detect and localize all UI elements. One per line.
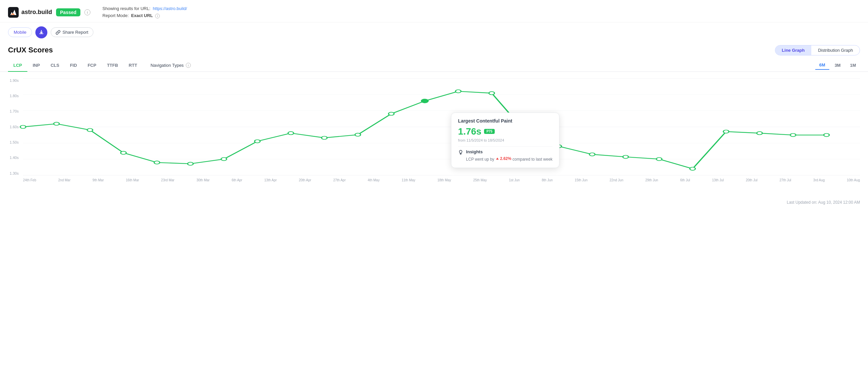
chart-area: 1.90s 1.80s 1.70s 1.60s 1.50s 1.40s 1.30… [8,79,860,185]
trend-percentage: 2.62% [500,155,512,162]
lightbulb-icon [458,150,463,155]
link-icon [56,30,60,35]
y-label-190: 1.90s [8,79,21,83]
y-label-150: 1.50s [8,140,21,144]
x-label-22: 27th Jul [780,178,791,182]
chart-dot-19[interactable] [656,157,662,160]
toolbar: Mobile Share Report [0,22,868,42]
scores-header: CrUX Scores Line Graph Distribution Grap… [8,45,860,55]
chart-dot-22[interactable] [757,132,763,135]
chart-dot-9[interactable] [321,136,327,139]
distribution-graph-button[interactable]: Distribution Graph [811,46,860,55]
x-label-14: 1st Jun [509,178,520,182]
x-label-21: 20th Jul [746,178,757,182]
chart-tooltip: Largest Contentful Paint 1.76s P75 from … [451,113,559,168]
chart-dot-23[interactable] [790,133,796,136]
chart-dot-8[interactable] [288,132,294,135]
chart-dot-12-active[interactable] [421,99,428,103]
x-label-7: 13th Apr [264,178,277,182]
y-axis: 1.90s 1.80s 1.70s 1.60s 1.50s 1.40s 1.30… [8,79,21,175]
x-label-4: 23rd Mar [161,178,175,182]
chart-container: 1.90s 1.80s 1.70s 1.60s 1.50s 1.40s 1.30… [0,72,868,199]
x-label-19: 6th Jul [680,178,690,182]
time-tab-1m[interactable]: 1M [846,61,860,69]
last-updated: Last Updated on: Aug 10, 2024 12:00 AM [0,199,868,207]
time-tab-6m[interactable]: 6M [815,61,829,70]
x-label-10: 4th May [368,178,380,182]
report-mode-info-icon[interactable]: i [155,14,160,18]
tab-inp[interactable]: INP [27,59,45,72]
chart-dot-5[interactable] [187,162,193,165]
tab-ttfb[interactable]: TTFB [102,59,123,72]
trend-up-arrow-icon [495,156,499,161]
y-label-160: 1.60s [8,125,21,129]
chart-dot-1[interactable] [54,122,59,125]
tooltip-date: from 11/5/2024 to 18/5/2024 [458,138,552,142]
chart-svg-area [23,79,860,175]
x-label-13: 25th May [473,178,487,182]
insights-text-before: LCP went up by [466,157,495,162]
chart-dot-18[interactable] [623,155,628,158]
chart-dot-4[interactable] [154,161,160,164]
x-label-3: 16th Mar [126,178,139,182]
x-label-2: 9th Mar [92,178,104,182]
logo: astro.build [8,7,52,18]
x-label-18: 29th Jun [646,178,658,182]
tab-fcp[interactable]: FCP [83,59,102,72]
share-report-button[interactable]: Share Report [51,27,93,37]
chart-dot-11[interactable] [389,112,394,115]
x-label-24: 10th Aug [847,178,860,182]
chart-dot-17[interactable] [589,152,595,155]
x-label-20: 13th Jul [712,178,724,182]
download-icon [39,30,44,35]
chart-dot-6[interactable] [221,157,227,160]
line-graph-button[interactable]: Line Graph [775,46,812,55]
passed-badge: Passed [56,8,81,17]
x-label-1: 2nd Mar [58,178,71,182]
tab-cls[interactable]: CLS [45,59,65,72]
download-button[interactable] [35,26,48,38]
info-icon[interactable]: i [84,9,90,16]
y-label-130: 1.30s [8,171,21,175]
mobile-button[interactable]: Mobile [8,27,32,37]
metric-tabs: LCP INP CLS FID FCP TTFB RTT Navigation … [0,59,868,72]
chart-dot-2[interactable] [87,128,93,131]
navigation-types-tab[interactable]: Navigation Types i [145,59,196,71]
x-label-17: 22nd Jun [610,178,623,182]
report-mode-label: Report Mode: [102,13,129,18]
tooltip-insights-content: Insights LCP went up by 2.62% compared t… [466,149,552,162]
chart-dot-20[interactable] [690,167,695,170]
insights-text-after: compared to last week [513,157,552,162]
chart-dot-10[interactable] [355,133,361,136]
chart-dot-7[interactable] [254,140,260,143]
nav-types-info-icon[interactable]: i [186,63,191,68]
chart-dot-0[interactable] [20,125,26,128]
x-label-11: 11th May [402,178,415,182]
y-label-170: 1.70s [8,109,21,113]
chart-dot-13[interactable] [455,89,461,92]
tab-rtt[interactable]: RTT [123,59,143,72]
time-tab-3m[interactable]: 3M [831,61,845,69]
tab-lcp[interactable]: LCP [8,59,27,72]
chart-dot-14[interactable] [489,91,495,94]
tab-fid[interactable]: FID [65,59,83,72]
tooltip-title: Largest Contentful Paint [458,118,552,123]
url-link[interactable]: https://astro.build/ [153,6,187,11]
y-label-140: 1.40s [8,155,21,160]
url-info: Showing results for URL: https://astro.b… [102,5,187,19]
share-report-label: Share Report [62,30,88,35]
x-label-15: 8th Jun [542,178,553,182]
x-label-12: 18th May [437,178,451,182]
chart-dot-24[interactable] [824,133,829,136]
x-label-8: 20th Apr [299,178,311,182]
chart-dot-3[interactable] [121,151,126,154]
x-label-6: 6th Apr [232,178,243,182]
x-label-23: 3rd Aug [813,178,825,182]
navigation-types-label: Navigation Types [150,63,184,68]
chart-dot-21[interactable] [723,130,729,133]
showing-label: Showing results for URL: [102,6,150,11]
graph-toggle: Line Graph Distribution Graph [775,45,860,55]
y-label-180: 1.80s [8,94,21,98]
x-label-0: 24th Feb [23,178,36,182]
crux-scores-title: CrUX Scores [8,46,53,54]
